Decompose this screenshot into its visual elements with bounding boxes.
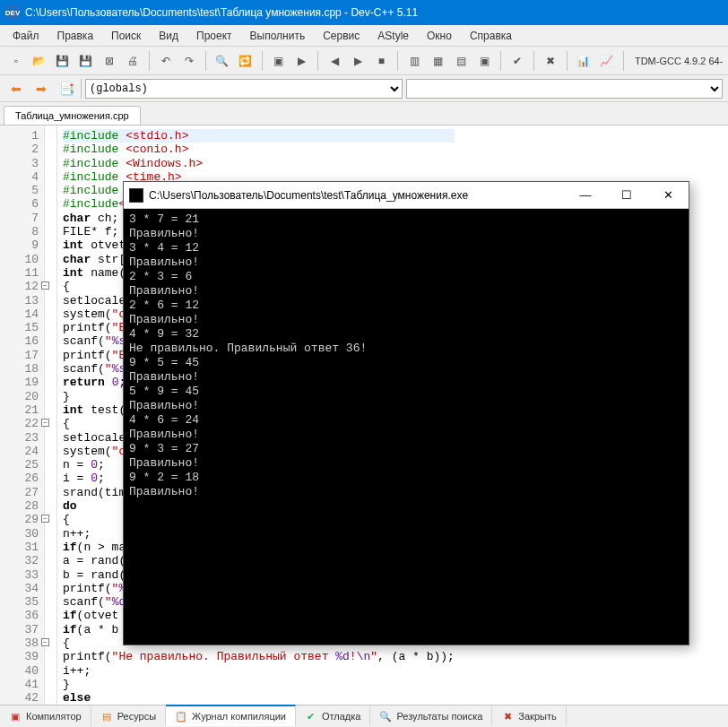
separator	[397, 51, 398, 71]
resources-icon: ▤	[100, 710, 113, 723]
tab-compiler[interactable]: ▣Компилятор	[0, 706, 91, 726]
save-all-icon[interactable]: 💾	[75, 50, 97, 72]
minimize-icon[interactable]: —	[565, 182, 606, 209]
print-icon[interactable]: 🖨	[122, 50, 143, 72]
undo-icon[interactable]: ↶	[155, 50, 177, 72]
editor-tabs: Таблица_умножения.cpp	[0, 102, 728, 125]
console-icon	[129, 188, 143, 203]
close-icon[interactable]: ✕	[647, 182, 689, 209]
separator	[262, 51, 263, 71]
tab-log[interactable]: 📋Журнал компиляции	[166, 705, 296, 726]
maximize-icon[interactable]: ☐	[606, 182, 647, 209]
window-titlebar: DEV C:\Users\Пользователь\Documents\test…	[0, 0, 728, 25]
window-title: C:\Users\Пользователь\Documents\test\Таб…	[25, 6, 418, 19]
save-icon[interactable]: 💾	[52, 50, 74, 72]
separator	[533, 51, 534, 71]
tab-results[interactable]: 🔍Результаты поиска	[370, 706, 492, 726]
log-icon: 📋	[175, 710, 187, 723]
find-icon[interactable]: 🔍	[212, 50, 233, 72]
separator	[81, 79, 82, 99]
next-icon[interactable]: ▶	[347, 50, 368, 72]
console-title: C:\Users\Пользователь\Documents\test\Таб…	[149, 189, 565, 202]
debug-icon: ✔	[305, 710, 317, 723]
menu-edit[interactable]: Правка	[48, 27, 103, 45]
grid4-icon[interactable]: ▣	[473, 50, 495, 72]
compiler-selector[interactable]: TDM-GCC 4.9.2 64-	[635, 56, 723, 66]
tab-resources[interactable]: ▤Ресурсы	[91, 706, 166, 726]
grid1-icon[interactable]: ▥	[403, 50, 425, 72]
menu-run[interactable]: Выполнить	[241, 27, 315, 45]
bottom-panel-tabs: ▣Компилятор ▤Ресурсы 📋Журнал компиляции …	[0, 705, 728, 727]
fold-toggle-icon[interactable]: −	[41, 419, 49, 427]
console-titlebar[interactable]: C:\Users\Пользователь\Documents\test\Таб…	[124, 182, 689, 209]
menu-view[interactable]: Вид	[150, 27, 187, 45]
nav-back-icon[interactable]: ⬅	[5, 78, 27, 100]
console-output: 3 * 7 = 21 Правильно! 3 * 4 = 12 Правиль…	[124, 209, 689, 503]
close-tab-icon[interactable]: ⊠	[99, 50, 120, 72]
run-icon[interactable]: ▶	[290, 50, 312, 72]
prev-icon[interactable]: ◀	[324, 50, 345, 72]
separator	[317, 51, 318, 71]
navbar: ⬅ ➡ 📑 (globals)	[0, 75, 728, 102]
fold-toggle-icon[interactable]: −	[41, 515, 49, 523]
nav-forward-icon[interactable]: ➡	[30, 78, 52, 100]
tab-debug[interactable]: ✔Отладка	[296, 706, 370, 726]
toolbar: ▫ 📂 💾 💾 ⊠ 🖨 ↶ ↷ 🔍 🔁 ▣ ▶ ◀ ▶ ■ ▥ ▦ ▤ ▣ ✔ …	[0, 47, 728, 75]
separator	[623, 51, 624, 71]
menubar: Файл Правка Поиск Вид Проект Выполнить С…	[0, 25, 728, 47]
fold-toggle-icon[interactable]: −	[41, 638, 49, 646]
separator	[149, 51, 150, 71]
stats-icon[interactable]: 📈	[596, 50, 618, 72]
compile-icon[interactable]: ▣	[268, 50, 290, 72]
menu-astyle[interactable]: AStyle	[368, 27, 418, 45]
app-icon: DEV	[5, 5, 20, 20]
open-icon[interactable]: 📂	[29, 50, 50, 72]
console-window: C:\Users\Пользователь\Documents\test\Таб…	[123, 181, 689, 645]
bookmark-icon[interactable]: 📑	[56, 78, 77, 100]
check-icon[interactable]: ✔	[507, 50, 528, 72]
results-icon: 🔍	[379, 710, 392, 723]
line-gutter: 123456789101112−13141516171819202122−232…	[0, 125, 45, 723]
members-dropdown[interactable]	[406, 79, 724, 99]
globals-dropdown[interactable]: (globals)	[85, 79, 403, 99]
close-panel-icon: ✖	[501, 710, 514, 723]
menu-project[interactable]: Проект	[187, 27, 241, 45]
chart-icon[interactable]: 📊	[573, 50, 594, 72]
tab-close[interactable]: ✖Закрыть	[492, 706, 566, 726]
menu-help[interactable]: Справка	[461, 27, 521, 45]
tab-source[interactable]: Таблица_умножения.cpp	[4, 106, 141, 125]
separator	[567, 51, 568, 71]
delete-icon[interactable]: ✖	[540, 50, 561, 72]
grid2-icon[interactable]: ▦	[427, 50, 448, 72]
fold-toggle-icon[interactable]: −	[41, 281, 49, 290]
redo-icon[interactable]: ↷	[178, 50, 200, 72]
grid3-icon[interactable]: ▤	[450, 50, 472, 72]
menu-window[interactable]: Окно	[418, 27, 461, 45]
compiler-icon: ▣	[9, 710, 22, 723]
menu-file[interactable]: Файл	[4, 27, 48, 45]
new-file-icon[interactable]: ▫	[5, 50, 27, 72]
separator	[205, 51, 206, 71]
replace-icon[interactable]: 🔁	[235, 50, 256, 72]
menu-service[interactable]: Сервис	[314, 27, 368, 45]
menu-search[interactable]: Поиск	[102, 27, 150, 45]
separator	[500, 51, 501, 71]
stop-icon[interactable]: ■	[370, 50, 392, 72]
